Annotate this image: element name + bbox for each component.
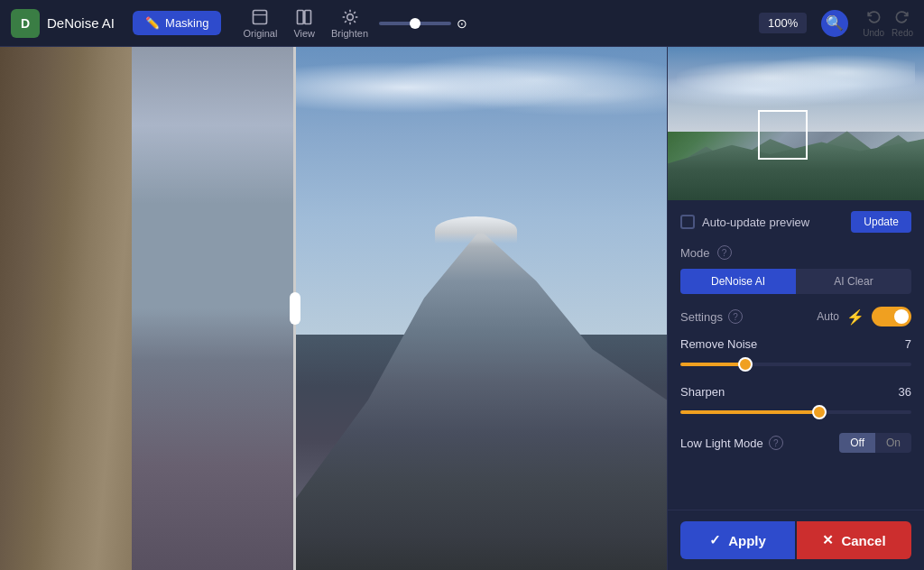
redo-icon <box>893 8 911 26</box>
zoom-button[interactable]: 🔍 <box>821 10 848 37</box>
low-light-toggle: Off On <box>839 433 911 453</box>
brighten-label: Brighten <box>331 28 368 39</box>
undo-icon <box>864 8 882 26</box>
sharpen-slider-group: Sharpen 36 <box>680 385 911 420</box>
remove-noise-value: 7 <box>905 337 911 351</box>
canvas-area: ');opacity:0.6;"> <box>0 47 667 570</box>
svg-point-3 <box>346 14 353 20</box>
split-divider[interactable] <box>293 47 296 570</box>
low-light-label: Low Light Mode ? <box>680 436 783 450</box>
sharpen-thumb[interactable] <box>812 405 827 419</box>
remove-noise-thumb[interactable] <box>738 357 753 372</box>
header-tools: ✏️ Masking Original View Brighten ⊙ <box>133 8 467 39</box>
search-icon: 🔍 <box>826 14 844 32</box>
apply-label: Apply <box>728 533 766 548</box>
settings-label: Settings <box>680 310 723 324</box>
header: D DeNoise AI ✏️ Masking Original View Br… <box>0 0 924 47</box>
split-view: ');opacity:0.6;"> <box>0 47 667 570</box>
redo-button[interactable]: Redo <box>892 8 913 38</box>
controls-area: Auto-update preview Update Mode ? DeNois… <box>668 200 924 510</box>
original-icon <box>251 8 269 26</box>
remove-noise-fill <box>680 363 745 366</box>
low-light-help-icon[interactable]: ? <box>769 436 783 450</box>
remove-noise-slider-group: Remove Noise 7 <box>680 337 911 372</box>
low-light-row: Low Light Mode ? Off On <box>680 433 911 453</box>
svg-rect-0 <box>254 10 267 23</box>
ai-clear-mode-button[interactable]: AI Clear <box>796 269 911 294</box>
update-button[interactable]: Update <box>851 211 911 233</box>
main-content: ');opacity:0.6;"> <box>0 47 924 570</box>
mode-label: Mode <box>680 246 710 260</box>
brighten-icon <box>341 8 359 26</box>
settings-right: Auto ⚡ <box>817 307 911 326</box>
app-title: DeNoise AI <box>47 15 115 31</box>
auto-text: Auto <box>817 310 839 323</box>
masking-tool-button[interactable]: ✏️ Masking <box>133 11 221 35</box>
svg-line-8 <box>345 12 346 14</box>
brighten-slider-area[interactable]: ⊙ <box>379 16 467 31</box>
auto-update-left: Auto-update preview <box>680 215 809 229</box>
settings-help-icon[interactable]: ? <box>728 309 743 324</box>
x-icon: ✕ <box>822 532 834 548</box>
cancel-button[interactable]: ✕ Cancel <box>797 521 911 559</box>
masking-label: Masking <box>165 16 208 30</box>
brighten-dot-icon: ⊙ <box>457 16 467 31</box>
apply-button[interactable]: ✓ Apply <box>680 521 795 559</box>
auto-update-row: Auto-update preview Update <box>680 211 911 233</box>
low-light-on-button[interactable]: On <box>875 433 911 453</box>
lightning-icon: ⚡ <box>846 308 864 326</box>
zoom-level-display: 100% <box>759 13 807 33</box>
undo-button[interactable]: Undo <box>863 8 884 38</box>
remove-noise-label-row: Remove Noise 7 <box>680 337 911 351</box>
undo-redo-controls: Undo Redo <box>863 8 913 38</box>
header-right: 100% 🔍 Undo Redo <box>759 8 913 38</box>
brush-icon: ✏️ <box>145 16 160 30</box>
settings-row: Settings ? Auto ⚡ <box>680 307 911 326</box>
view-tools: Original View Brighten <box>243 8 368 39</box>
remove-noise-track <box>680 363 911 366</box>
bottom-buttons: ✓ Apply ✕ Cancel <box>668 510 924 570</box>
auto-update-checkbox[interactable] <box>680 215 695 229</box>
mode-row: Mode ? <box>680 245 911 260</box>
view-tool[interactable]: View <box>293 8 315 39</box>
sharpen-track <box>680 410 911 414</box>
denoise-ai-mode-button[interactable]: DeNoise AI <box>680 269 796 294</box>
checkmark-icon: ✓ <box>709 532 721 548</box>
brighten-track[interactable] <box>379 22 451 25</box>
brighten-thumb[interactable] <box>410 18 420 29</box>
sharpen-fill <box>680 410 819 414</box>
low-light-text: Low Light Mode <box>680 437 763 450</box>
original-label: Original <box>243 28 277 39</box>
auto-toggle[interactable] <box>872 307 911 326</box>
denoised-panel <box>293 47 667 570</box>
logo-area: D DeNoise AI <box>11 9 115 38</box>
right-panel: Auto-update preview Update Mode ? DeNois… <box>667 47 924 570</box>
redo-label: Redo <box>892 28 913 38</box>
thumbnail-area <box>668 47 924 200</box>
view-icon <box>295 8 313 26</box>
brighten-tool[interactable]: Brighten <box>331 8 368 39</box>
low-light-off-button[interactable]: Off <box>839 433 875 453</box>
auto-update-label: Auto-update preview <box>702 216 809 229</box>
svg-rect-1 <box>298 10 304 23</box>
app-logo: D <box>11 9 40 38</box>
remove-noise-label: Remove Noise <box>680 337 757 351</box>
svg-line-9 <box>354 21 356 23</box>
thumbnail-image <box>668 47 924 200</box>
denoised-image <box>293 47 667 570</box>
sharpen-value: 36 <box>899 385 911 399</box>
sharpen-label-row: Sharpen 36 <box>680 385 911 399</box>
remove-noise-slider[interactable] <box>680 356 911 372</box>
view-label: View <box>293 28 315 39</box>
mode-help-icon[interactable]: ? <box>717 245 732 260</box>
sharpen-label: Sharpen <box>680 385 725 399</box>
svg-rect-2 <box>305 10 311 23</box>
sharpen-slider[interactable] <box>680 404 911 420</box>
svg-line-11 <box>345 21 346 23</box>
original-image: ');opacity:0.6;"> <box>0 47 293 570</box>
original-panel: ');opacity:0.6;"> <box>0 47 293 570</box>
undo-label: Undo <box>863 28 884 38</box>
mode-buttons: DeNoise AI AI Clear <box>680 269 911 294</box>
thumbnail-viewport[interactable] <box>758 110 808 160</box>
original-tool[interactable]: Original <box>243 8 277 39</box>
